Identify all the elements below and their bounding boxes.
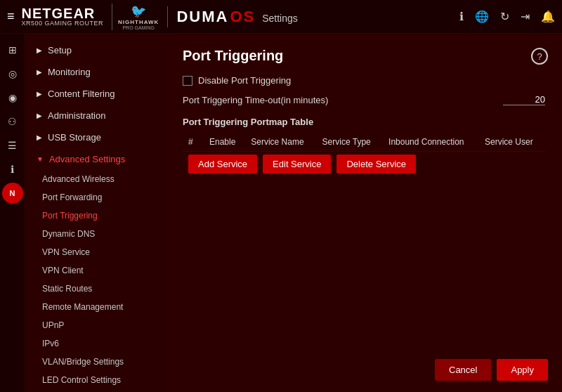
- page-title: Port Triggering: [183, 48, 545, 64]
- sidebar-sub-label: Dynamic DNS: [42, 229, 95, 239]
- sidebar-item-port-triggering[interactable]: Port Triggering: [25, 207, 166, 225]
- setup-arrow-icon: ▶: [37, 46, 42, 54]
- sidebar-sub-label: Static Routes: [42, 284, 92, 294]
- nighthawk-bird-icon: 🐦: [131, 4, 146, 19]
- action-buttons: Add Service Edit Service Delete Service: [183, 152, 545, 176]
- apply-button[interactable]: Apply: [497, 359, 548, 381]
- col-header-service-user: Service User: [479, 133, 545, 152]
- sidebar-sub-label: IPv6: [42, 339, 59, 348]
- col-header-service-name: Service Name: [245, 133, 316, 152]
- add-service-button[interactable]: Add Service: [188, 155, 257, 174]
- brand-name: NETGEAR: [22, 6, 104, 20]
- col-header-inbound: Inbound Connection: [383, 133, 479, 152]
- sidebar: ▶ Setup ▶ Monitoring ▶ Content Filtering…: [25, 34, 166, 392]
- sidebar-sub-label: VPN Client: [42, 266, 84, 275]
- disable-row: Disable Port Triggering: [183, 75, 545, 86]
- brand-sub: XR500 GAMING ROUTER: [22, 20, 104, 27]
- globe-icon[interactable]: 🌐: [475, 10, 489, 23]
- settings-label: Settings: [262, 13, 298, 24]
- topbar-icons: ℹ 🌐 ↻ ⇥ 🔔: [459, 10, 555, 23]
- gauge-nav-icon[interactable]: ◎: [2, 63, 23, 84]
- sidebar-item-label: Setup: [48, 45, 72, 55]
- sidebar-item-vpn-service[interactable]: VPN Service: [25, 243, 166, 261]
- sidebar-item-label: Administration: [48, 110, 105, 121]
- content-area: Port Triggering ? Disable Port Triggerin…: [166, 34, 562, 392]
- sidebar-item-remote-management[interactable]: Remote Management: [25, 298, 166, 316]
- dumaos-logo: DUMAOS Settings: [176, 8, 297, 26]
- disable-checkbox[interactable]: [183, 76, 192, 86]
- sidebar-sub-label: Port Forwarding: [42, 192, 102, 202]
- sidebar-item-upnp[interactable]: UPnP: [25, 316, 166, 334]
- nighthawk-logo: 🐦 NIGHTHAWK PRO GAMING: [112, 4, 159, 30]
- os-text: OS: [230, 8, 255, 26]
- info-nav-icon[interactable]: ℹ: [2, 159, 23, 180]
- sidebar-item-label: Monitoring: [48, 67, 91, 77]
- sidebar-item-monitoring[interactable]: ▶ Monitoring: [25, 61, 166, 83]
- sidebar-item-port-forwarding[interactable]: Port Forwarding: [25, 188, 166, 207]
- sidebar-sub-label: UPnP: [42, 320, 64, 330]
- menu-icon[interactable]: ≡: [7, 9, 15, 24]
- sidebar-item-administration[interactable]: ▶ Administration: [25, 105, 166, 126]
- sidebar-sub-label: LED Control Settings: [42, 375, 121, 385]
- netduma-nav-icon[interactable]: N: [2, 183, 23, 204]
- target-nav-icon[interactable]: ◉: [2, 87, 23, 108]
- main-layout: ⊞ ◎ ◉ ⚇ ☰ ℹ N ▶ Setup ▶ Monitoring ▶ Con…: [0, 34, 562, 392]
- timeout-row: Port Triggering Time-out(in minutes): [183, 94, 545, 105]
- table-title: Port Triggering Portmap Table: [183, 117, 545, 127]
- sidebar-sub-label: VLAN/Bridge Settings: [42, 357, 124, 367]
- delete-service-button[interactable]: Delete Service: [336, 155, 416, 174]
- sidebar-sub-label: VPN Service: [42, 247, 90, 257]
- people-nav-icon[interactable]: ⚇: [2, 111, 23, 132]
- duma-text: DUMA: [176, 8, 228, 26]
- monitoring-arrow-icon: ▶: [37, 68, 42, 76]
- sidebar-item-label: Content Filtering: [48, 89, 115, 99]
- sidebar-item-label: USB Storage: [48, 132, 101, 143]
- administration-arrow-icon: ▶: [37, 112, 42, 119]
- sidebar-item-label: Advanced Settings: [49, 154, 125, 164]
- sidebar-item-setup[interactable]: ▶ Setup: [25, 39, 166, 61]
- refresh-icon[interactable]: ↻: [500, 10, 509, 23]
- cancel-button[interactable]: Cancel: [435, 359, 491, 381]
- sidebar-item-advanced-wireless[interactable]: Advanced Wireless: [25, 170, 166, 188]
- sidebar-item-advanced-settings[interactable]: ▼ Advanced Settings: [25, 148, 166, 170]
- logout-icon[interactable]: ⇥: [521, 10, 530, 23]
- sidebar-item-vlan-bridge[interactable]: VLAN/Bridge Settings: [25, 353, 166, 371]
- sidebar-item-ipv6[interactable]: IPv6: [25, 334, 166, 353]
- usb-arrow-icon: ▶: [37, 133, 42, 141]
- portmap-table: # Enable Service Name Service Type Inbou…: [183, 133, 545, 176]
- netgear-logo: NETGEAR XR500 GAMING ROUTER: [22, 6, 104, 27]
- col-header-service-type: Service Type: [317, 133, 383, 152]
- disable-label: Disable Port Triggering: [198, 75, 291, 86]
- nighthawk-text: NIGHTHAWK: [118, 19, 159, 25]
- bell-icon[interactable]: 🔔: [541, 10, 555, 23]
- timeout-label: Port Triggering Time-out(in minutes): [183, 95, 328, 105]
- topbar: ≡ NETGEAR XR500 GAMING ROUTER 🐦 NIGHTHAW…: [0, 0, 562, 34]
- filter-nav-icon[interactable]: ☰: [2, 135, 23, 156]
- nav-icons: ⊞ ◎ ◉ ⚇ ☰ ℹ N: [0, 34, 25, 392]
- footer-buttons: Cancel Apply: [435, 359, 548, 381]
- col-header-enable: Enable: [204, 133, 245, 152]
- home-nav-icon[interactable]: ⊞: [2, 39, 23, 60]
- sidebar-sub-label: Advanced Wireless: [42, 174, 115, 184]
- sidebar-item-content-filtering[interactable]: ▶ Content Filtering: [25, 83, 166, 105]
- sidebar-sub-label: Port Triggering: [42, 211, 98, 221]
- advanced-arrow-icon: ▼: [37, 155, 44, 163]
- sidebar-item-dynamic-dns[interactable]: Dynamic DNS: [25, 225, 166, 243]
- info-icon[interactable]: ℹ: [459, 10, 464, 23]
- action-row: Add Service Edit Service Delete Service: [183, 152, 545, 177]
- nighthawk-sub: PRO GAMING: [122, 25, 155, 30]
- timeout-input[interactable]: [503, 94, 545, 105]
- logo-divider: [167, 6, 168, 27]
- edit-service-button[interactable]: Edit Service: [263, 155, 331, 174]
- help-icon[interactable]: ?: [531, 48, 548, 65]
- sidebar-item-vpn-client[interactable]: VPN Client: [25, 261, 166, 280]
- logo: NETGEAR XR500 GAMING ROUTER 🐦 NIGHTHAWK …: [22, 4, 159, 30]
- sidebar-item-static-routes[interactable]: Static Routes: [25, 280, 166, 298]
- sidebar-item-led-control[interactable]: LED Control Settings: [25, 371, 166, 389]
- sidebar-sub-label: Remote Management: [42, 302, 123, 312]
- col-header-num: #: [183, 133, 204, 152]
- content-filtering-arrow-icon: ▶: [37, 90, 42, 98]
- sidebar-item-usb-storage[interactable]: ▶ USB Storage: [25, 126, 166, 148]
